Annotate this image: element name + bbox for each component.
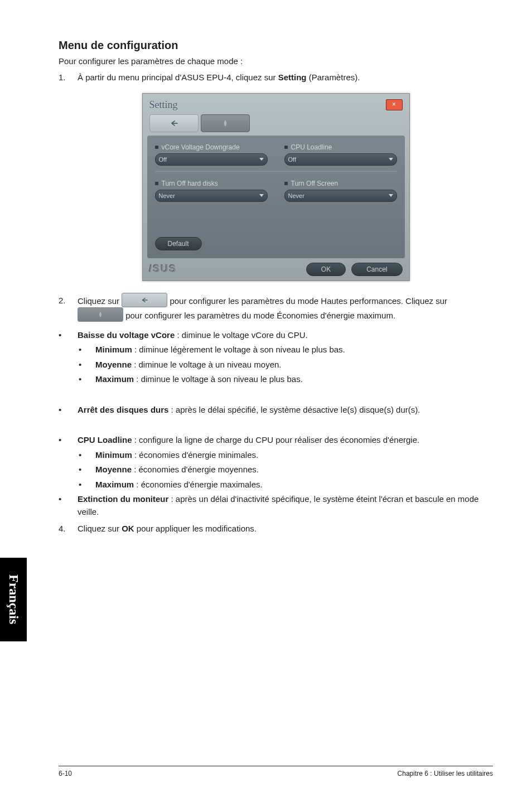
settings-panel: vCore Voltage Downgrade Off CPU Loadline… (147, 136, 405, 258)
settings-window: Setting × vCore Voltage Downgrade Off (142, 93, 410, 281)
step-number: 2. (59, 294, 78, 323)
chevron-down-icon (389, 194, 393, 197)
step1-pre: À partir du menu principal d'ASUS EPU-4,… (78, 73, 278, 82)
page-footer: 6-10 Chapitre 6 : Utiliser les utilitair… (59, 766, 493, 777)
close-button[interactable]: × (386, 99, 403, 110)
bullet-hdd: • Arrêt des disques durs : après le déla… (59, 404, 493, 417)
chevron-down-icon (389, 158, 393, 161)
bullet-vcore: • Baisse du voltage vCore : diminue le v… (59, 329, 493, 342)
bottom-bar: /SUS OK Cancel (147, 258, 405, 277)
chevron-down-icon (259, 158, 264, 161)
step2-t3: pour configurer les paramètres du mode É… (125, 310, 395, 320)
chapter-label: Chapitre 6 : Utiliser les utilitaires (398, 770, 493, 777)
sub-bullet-moyenne-2: • Moyenne : économies d'énergie moyennes… (59, 463, 493, 476)
step-2: 2. Cliquez sur pour configurer les param… (59, 294, 493, 323)
default-button[interactable]: Default (155, 237, 202, 250)
sub-bullet-minimum-2: • Minimum : économies d'énergie minimale… (59, 449, 493, 462)
step-4: 4. Cliquez sur OK pour appliquer les mod… (59, 523, 493, 535)
page-number: 6-10 (59, 770, 72, 777)
ok-button[interactable]: OK (306, 263, 346, 276)
titlebar: Setting × (147, 98, 405, 114)
intro-text: Pour configurer les paramètres de chaque… (59, 56, 493, 66)
tab-max-energy-saving[interactable] (201, 114, 250, 132)
tab-high-performance[interactable] (149, 114, 199, 132)
screen-select[interactable]: Never (284, 190, 397, 202)
mode-tabs (147, 114, 405, 136)
step2-t2: pour configurer les paramètres du mode H… (170, 296, 447, 305)
chevron-down-icon (259, 194, 264, 197)
sub-bullet-moyenne: • Moyenne : diminue le voltage à un nive… (59, 359, 493, 371)
step-number: 4. (59, 523, 78, 535)
inline-high-perf-icon (122, 293, 167, 307)
arrow-left-icon (170, 119, 178, 127)
vcore-label: vCore Voltage Downgrade (155, 143, 268, 151)
window-title: Setting (149, 99, 178, 111)
step1-bold: Setting (278, 73, 307, 82)
hdd-select[interactable]: Never (155, 190, 268, 202)
loadline-label: CPU Loadline (284, 143, 397, 151)
sub-bullet-maximum: • Maximum : diminue le voltage à son niv… (59, 373, 493, 386)
inline-eco-icon (78, 307, 123, 322)
step-1: 1. À partir du menu principal d'ASUS EPU… (59, 71, 493, 84)
leaf-icon (221, 119, 229, 127)
language-tab: Français (0, 558, 27, 641)
step2-t1: Cliquez sur (78, 296, 122, 305)
step1-post: (Paramètres). (307, 73, 360, 82)
cancel-button[interactable]: Cancel (351, 263, 402, 276)
sub-bullet-maximum-2: • Maximum : économies d'énergie maximale… (59, 479, 493, 491)
section-title: Menu de configuration (59, 39, 493, 52)
loadline-select[interactable]: Off (284, 153, 397, 166)
screen-label: Turn Off Screen (284, 180, 397, 187)
hdd-label: Turn Off hard disks (155, 180, 268, 187)
bullet-loadline: • CPU Loadline : configure la ligne de c… (59, 434, 493, 447)
step-number: 1. (59, 71, 78, 84)
brand-logo: /SUS (149, 263, 177, 275)
bullet-monitor: • Extinction du moniteur : après un déla… (59, 493, 493, 518)
sub-bullet-minimum: • Minimum : diminue légèrement le voltag… (59, 344, 493, 356)
vcore-select[interactable]: Off (155, 153, 268, 166)
